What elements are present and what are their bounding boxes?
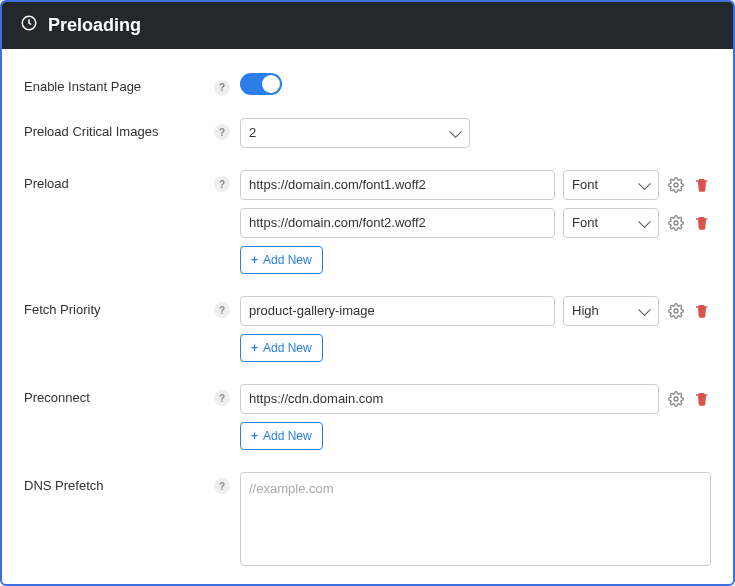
gear-icon[interactable] <box>667 214 685 232</box>
help-icon[interactable]: ? <box>214 478 230 494</box>
gear-icon[interactable] <box>667 390 685 408</box>
trash-icon[interactable] <box>693 390 711 408</box>
plus-icon: + <box>251 253 258 267</box>
preload-entry <box>240 208 711 238</box>
fetch-priority-add-new-button[interactable]: + Add New <box>240 334 323 362</box>
toggle-knob <box>262 75 280 93</box>
panel-title: Preloading <box>48 15 141 36</box>
svg-point-2 <box>674 221 678 225</box>
row-preload-critical-images: Preload Critical Images ? <box>24 118 711 148</box>
row-enable-instant-page: Enable Instant Page ? <box>24 73 711 96</box>
row-preconnect: Preconnect ? + Add New <box>24 384 711 450</box>
plus-icon: + <box>251 429 258 443</box>
preconnect-url-input[interactable] <box>240 384 659 414</box>
trash-icon[interactable] <box>693 214 711 232</box>
fetch-priority-selector-input[interactable] <box>240 296 555 326</box>
label-preload: Preload <box>24 170 214 191</box>
gear-icon[interactable] <box>667 302 685 320</box>
plus-icon: + <box>251 341 258 355</box>
label-enable-instant-page: Enable Instant Page <box>24 73 214 94</box>
label-preconnect: Preconnect <box>24 384 214 405</box>
row-fetch-priority: Fetch Priority ? + <box>24 296 711 362</box>
preload-url-input[interactable] <box>240 208 555 238</box>
preload-entry <box>240 170 711 200</box>
label-dns-prefetch: DNS Prefetch <box>24 472 214 493</box>
add-new-label: Add New <box>263 253 312 267</box>
add-new-label: Add New <box>263 341 312 355</box>
help-icon[interactable]: ? <box>214 124 230 140</box>
help-icon[interactable]: ? <box>214 390 230 406</box>
trash-icon[interactable] <box>693 302 711 320</box>
gear-icon[interactable] <box>667 176 685 194</box>
preload-type-select[interactable] <box>563 208 659 238</box>
label-fetch-priority: Fetch Priority <box>24 296 214 317</box>
preloading-panel: Preloading Enable Instant Page ? Preload… <box>0 0 735 586</box>
clock-icon <box>20 14 38 37</box>
preconnect-entry <box>240 384 711 414</box>
dns-prefetch-textarea[interactable] <box>240 472 711 566</box>
svg-point-3 <box>674 309 678 313</box>
preload-add-new-button[interactable]: + Add New <box>240 246 323 274</box>
trash-icon[interactable] <box>693 176 711 194</box>
help-icon[interactable]: ? <box>214 80 230 96</box>
row-preload: Preload ? <box>24 170 711 274</box>
fetch-priority-select[interactable] <box>563 296 659 326</box>
svg-point-1 <box>674 183 678 187</box>
help-icon[interactable]: ? <box>214 176 230 192</box>
panel-body: Enable Instant Page ? Preload Critical I… <box>2 49 733 585</box>
row-dns-prefetch: DNS Prefetch ? <box>24 472 711 569</box>
help-icon[interactable]: ? <box>214 302 230 318</box>
preload-critical-images-select[interactable] <box>240 118 470 148</box>
preconnect-add-new-button[interactable]: + Add New <box>240 422 323 450</box>
panel-header: Preloading <box>2 2 733 49</box>
svg-point-4 <box>674 397 678 401</box>
add-new-label: Add New <box>263 429 312 443</box>
enable-instant-page-toggle[interactable] <box>240 73 282 95</box>
fetch-priority-entry <box>240 296 711 326</box>
preload-type-select[interactable] <box>563 170 659 200</box>
label-preload-critical-images: Preload Critical Images <box>24 118 214 139</box>
preload-url-input[interactable] <box>240 170 555 200</box>
